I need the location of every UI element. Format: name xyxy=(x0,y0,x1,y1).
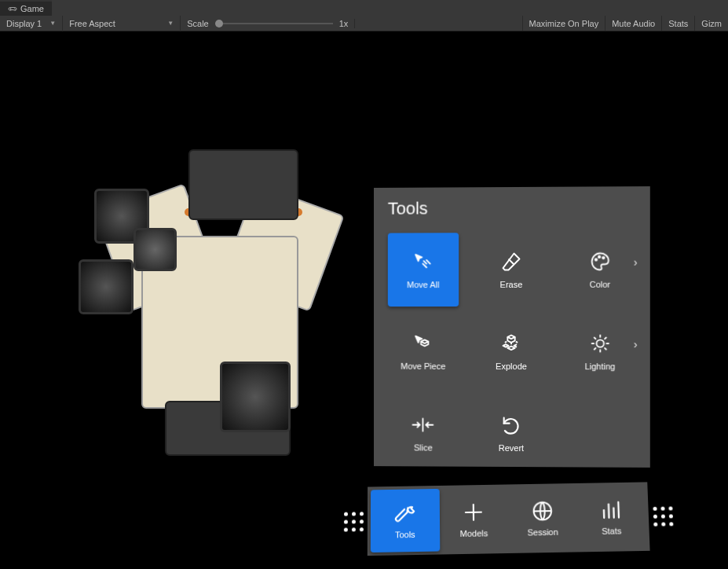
tools-panel-title: Tools xyxy=(388,197,636,218)
tool-move-all[interactable]: Move All xyxy=(388,233,459,307)
svg-point-5 xyxy=(596,340,603,347)
bottombar-wrench[interactable]: Tools xyxy=(371,489,440,552)
erase-icon xyxy=(499,250,523,273)
tool-label: Revert xyxy=(499,443,524,453)
tool-label: Move Piece xyxy=(401,362,445,371)
revert-icon xyxy=(499,413,523,437)
svg-point-0 xyxy=(14,9,15,9)
tool-slice[interactable]: Slice xyxy=(388,396,459,470)
scale-label: Scale xyxy=(187,19,209,28)
chevron-down-icon: ▼ xyxy=(49,20,56,27)
maximize-on-play-button[interactable]: Maximize On Play xyxy=(522,16,605,31)
plus-icon xyxy=(462,501,485,524)
bottombar-bars[interactable]: Stats xyxy=(576,485,646,549)
tools-panel: Tools Move AllEraseColor›Move PieceExplo… xyxy=(374,186,650,468)
tab-label: Game xyxy=(20,4,44,13)
move-all-icon xyxy=(412,250,435,273)
tab-game[interactable]: Game xyxy=(0,0,52,16)
wrench-icon xyxy=(393,501,417,525)
bottombar-plus[interactable]: Models xyxy=(439,487,508,551)
chevron-right-icon: › xyxy=(634,256,638,269)
move-piece-icon xyxy=(412,332,435,355)
stats-button[interactable]: Stats xyxy=(661,16,694,31)
tool-label: Slice xyxy=(414,442,433,452)
bottombar-label: Models xyxy=(460,528,488,538)
tool-erase[interactable]: Erase xyxy=(476,233,547,307)
toolbar-right: Maximize On Play Mute Audio Stats Gizm xyxy=(522,16,728,31)
svg-point-4 xyxy=(602,257,604,259)
bottom-bar-wrap: ToolsModelsSessionStats xyxy=(339,477,679,561)
lighting-icon xyxy=(588,332,612,355)
svg-point-1 xyxy=(15,9,16,10)
tool-lighting[interactable]: Lighting› xyxy=(564,314,635,388)
tool-label: Color xyxy=(590,280,610,289)
gizmos-button[interactable]: Gizm xyxy=(694,16,728,31)
svg-point-3 xyxy=(598,256,600,258)
display-label: Display 1 xyxy=(6,19,42,28)
tool-label: Erase xyxy=(500,280,523,289)
tool-label: Lighting xyxy=(585,362,616,371)
tab-bar: Game xyxy=(0,0,728,16)
tool-move-piece[interactable]: Move Piece xyxy=(388,314,459,388)
drag-handle-left[interactable] xyxy=(344,512,363,531)
aspect-label: Free Aspect xyxy=(69,19,115,28)
display-dropdown[interactable]: Display 1 ▼ xyxy=(0,16,63,31)
bottombar-label: Session xyxy=(527,527,558,538)
game-icon xyxy=(8,4,17,13)
tool-revert[interactable]: Revert xyxy=(476,396,547,470)
game-viewport[interactable]: Tools Move AllEraseColor›Move PieceExplo… xyxy=(0,31,728,569)
scale-slider[interactable] xyxy=(215,23,333,24)
scale-slider-group: Scale 1x xyxy=(181,19,355,28)
toolbar-left: Display 1 ▼ Free Aspect ▼ Scale 1x xyxy=(0,16,355,31)
explode-icon xyxy=(499,332,523,355)
scale-value: 1x xyxy=(339,19,349,28)
bottombar-globe[interactable]: Session xyxy=(507,486,577,550)
svg-point-2 xyxy=(595,259,597,260)
engine-model[interactable] xyxy=(63,141,377,456)
slice-icon xyxy=(412,413,435,437)
globe-icon xyxy=(530,499,554,523)
mute-audio-button[interactable]: Mute Audio xyxy=(605,16,661,31)
bottombar-label: Stats xyxy=(602,526,622,535)
tool-label: Move All xyxy=(407,280,439,289)
tools-grid: Move AllEraseColor›Move PieceExplodeLigh… xyxy=(388,232,636,470)
bars-icon xyxy=(598,498,623,522)
toolbar: Display 1 ▼ Free Aspect ▼ Scale 1x Maxim… xyxy=(0,16,728,31)
color-icon xyxy=(588,250,612,273)
bottom-bar: ToolsModelsSessionStats xyxy=(368,482,650,556)
chevron-right-icon: › xyxy=(634,338,638,351)
bottombar-label: Tools xyxy=(395,530,415,539)
drag-handle-right[interactable] xyxy=(653,506,672,526)
chevron-down-icon: ▼ xyxy=(167,20,174,27)
tool-color[interactable]: Color› xyxy=(564,232,635,307)
tool-explode[interactable]: Explode xyxy=(476,314,547,388)
tool-label: Explode xyxy=(496,362,527,371)
aspect-dropdown[interactable]: Free Aspect ▼ xyxy=(63,16,181,31)
scale-slider-thumb[interactable] xyxy=(215,20,223,28)
